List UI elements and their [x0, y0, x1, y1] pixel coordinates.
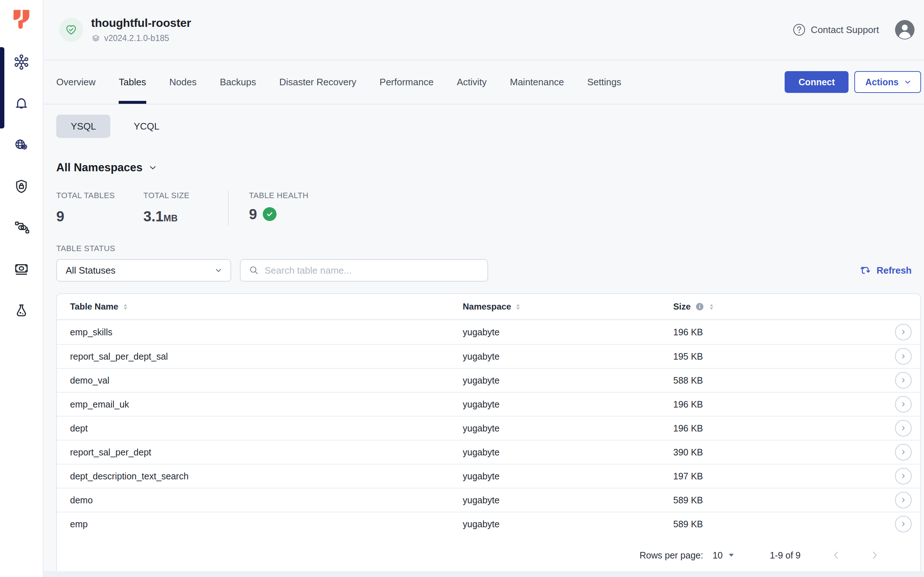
contact-support-button[interactable]: Contact Support	[793, 23, 879, 36]
tab-nodes[interactable]: Nodes	[169, 60, 197, 104]
cell-table-name: dept_description_text_search	[70, 471, 463, 482]
next-page-button[interactable]	[869, 550, 880, 561]
search-icon	[248, 265, 260, 276]
chevron-right-icon	[899, 352, 908, 361]
cell-size: 589 KB	[673, 519, 890, 529]
cluster-health-badge	[59, 18, 83, 42]
row-detail-button[interactable]	[895, 492, 912, 508]
chevron-down-icon	[148, 163, 158, 173]
refresh-button[interactable]: Refresh	[859, 264, 912, 277]
tab-disaster-recovery[interactable]: Disaster Recovery	[279, 60, 356, 104]
topbar-right: Contact Support	[793, 20, 914, 40]
rows-per-page-select[interactable]: 10	[713, 550, 735, 561]
tabbar-buttons: Connect Actions	[785, 71, 921, 93]
row-detail-button[interactable]	[895, 468, 912, 485]
toggle-ysql[interactable]: YSQL	[56, 114, 110, 138]
connect-button[interactable]: Connect	[785, 71, 848, 93]
column-header-namespace[interactable]: Namespace	[463, 301, 673, 312]
content: YSQL YCQL All Namespaces TOTAL TABLES 9 …	[44, 105, 924, 577]
previous-page-button[interactable]	[830, 550, 842, 561]
cell-namespace: yugabyte	[463, 399, 673, 410]
chevron-right-icon	[899, 400, 908, 409]
search-input[interactable]	[264, 260, 487, 281]
cell-table-name: emp_email_uk	[70, 399, 463, 410]
toggle-ycql[interactable]: YCQL	[119, 114, 174, 138]
page-nav	[830, 550, 880, 561]
status-select[interactable]: All Statuses	[56, 259, 231, 282]
stat-total-size: TOTAL SIZE 3.1MB	[144, 191, 228, 224]
task-flow-icon[interactable]	[13, 219, 30, 236]
status-select-value: All Statuses	[66, 265, 115, 276]
column-header-table-name[interactable]: Table Name	[70, 301, 463, 312]
table-row[interactable]: report_sal_per_dept_sal yugabyte 195 KB	[57, 344, 920, 368]
table-row[interactable]: demo yugabyte 589 KB	[57, 488, 920, 512]
cell-namespace: yugabyte	[463, 327, 673, 337]
shield-lock-icon[interactable]	[13, 178, 30, 195]
stat-table-health: TABLE HEALTH 9	[249, 191, 308, 221]
table-row[interactable]: emp yugabyte 589 KB	[57, 512, 920, 536]
column-header-size[interactable]: Size	[673, 301, 890, 312]
cell-table-name: demo_val	[70, 375, 463, 386]
chevron-right-icon	[899, 520, 908, 529]
yugabyte-logo-icon[interactable]	[11, 7, 32, 30]
chevron-down-icon	[214, 266, 223, 275]
table-row[interactable]: dept yugabyte 196 KB	[57, 416, 920, 440]
main: thoughtful-rooster v2024.2.1.0-b185	[44, 0, 924, 577]
cluster-name: thoughtful-rooster	[91, 16, 191, 30]
namespace-selector[interactable]: All Namespaces	[56, 161, 921, 174]
cell-table-name: emp_skills	[70, 327, 463, 337]
cell-size: 589 KB	[673, 495, 890, 506]
tab-overview[interactable]: Overview	[56, 60, 95, 104]
version-text: v2024.2.1.0-b185	[104, 33, 169, 43]
page: thoughtful-rooster v2024.2.1.0-b185	[0, 0, 924, 577]
row-detail-button[interactable]	[895, 444, 912, 461]
row-detail-button[interactable]	[895, 324, 912, 340]
version-row: v2024.2.1.0-b185	[91, 33, 191, 43]
tab-settings[interactable]: Settings	[587, 60, 621, 104]
tab-performance[interactable]: Performance	[380, 60, 434, 104]
tab-maintenance[interactable]: Maintenance	[510, 60, 564, 104]
sort-icon	[709, 303, 714, 311]
row-detail-button[interactable]	[895, 348, 912, 365]
actions-button[interactable]: Actions	[854, 71, 921, 93]
tab-activity[interactable]: Activity	[457, 60, 487, 104]
user-avatar[interactable]	[895, 20, 914, 40]
stat-label: TABLE HEALTH	[249, 191, 308, 200]
alerts-bell-icon[interactable]	[13, 95, 30, 112]
sidebar-active-indicator	[0, 47, 4, 129]
table-body: emp_skills yugabyte 196 KB report_sal_pe…	[57, 320, 920, 536]
info-icon	[695, 302, 705, 311]
cell-size: 196 KB	[673, 399, 890, 410]
row-detail-button[interactable]	[895, 372, 912, 388]
universe-icon[interactable]	[13, 54, 30, 70]
table-row[interactable]: emp_email_uk yugabyte 196 KB	[57, 392, 920, 416]
tabs: Overview Tables Nodes Backups Disaster R…	[56, 60, 621, 104]
tab-backups[interactable]: Backups	[220, 60, 256, 104]
chevron-right-icon	[899, 376, 908, 385]
row-detail-button[interactable]	[895, 396, 912, 413]
sidebar-icons	[13, 54, 30, 319]
cell-table-name: dept	[70, 423, 463, 434]
table-row[interactable]: demo_val yugabyte 588 KB	[57, 368, 920, 392]
tab-tables[interactable]: Tables	[119, 60, 146, 104]
globe-settings-icon[interactable]	[13, 137, 30, 153]
column-label: Table Name	[70, 301, 118, 312]
row-detail-button[interactable]	[895, 516, 912, 532]
cell-namespace: yugabyte	[463, 447, 673, 458]
refresh-icon	[859, 264, 871, 277]
chevron-down-icon	[903, 77, 913, 87]
search-box	[240, 259, 488, 282]
contact-support-label: Contact Support	[811, 24, 879, 35]
cell-size: 195 KB	[673, 351, 890, 362]
billing-icon[interactable]	[13, 261, 30, 277]
row-detail-button[interactable]	[895, 420, 912, 437]
table-row[interactable]: dept_description_text_search yugabyte 19…	[57, 464, 920, 488]
cell-table-name: report_sal_per_dept_sal	[70, 351, 463, 362]
namespace-title: All Namespaces	[56, 161, 143, 174]
table-row[interactable]: emp_skills yugabyte 196 KB	[57, 320, 920, 344]
chevron-right-icon	[899, 448, 908, 456]
table-row[interactable]: report_sal_per_dept yugabyte 390 KB	[57, 440, 920, 464]
labs-flask-icon[interactable]	[13, 302, 30, 319]
cell-size: 390 KB	[673, 447, 890, 458]
chevron-right-icon	[899, 496, 908, 504]
